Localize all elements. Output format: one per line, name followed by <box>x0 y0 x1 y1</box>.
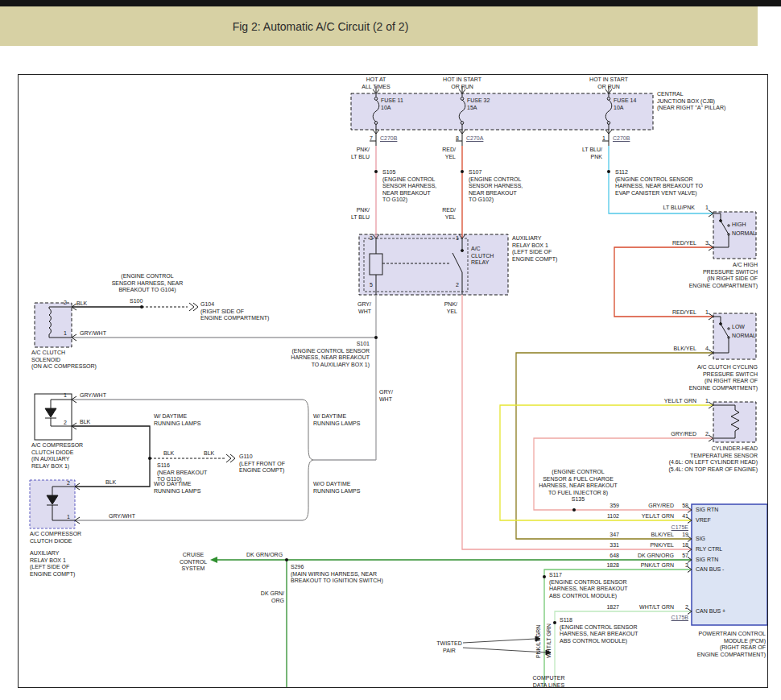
circuit-number: 1827 <box>590 604 619 611</box>
splice-s100-dot <box>140 305 143 309</box>
splice-s100-label: S100 <box>130 298 143 305</box>
low-switch-pos-normal: NORMAL <box>732 333 756 340</box>
ac-clutch-relay-label: A/C CLUTCH RELAY <box>471 246 507 267</box>
temp-sensor-pin-2: 2 <box>699 431 709 438</box>
connector-link-c270a[interactable]: C270A <box>466 135 483 143</box>
wire-label-yel-lt-grn: YEL/LT GRN <box>638 398 696 405</box>
splice-s101-dot <box>374 336 378 339</box>
diode2-pin-2: 2 <box>62 480 70 487</box>
figure-title-bar: Fig 2: Automatic A/C Circuit (2 of 2) <box>0 6 758 46</box>
g110-ground-symbol <box>150 454 235 462</box>
wire-label-red-yel: RED/YEL <box>655 240 696 247</box>
wire-label-dk-grn-org: DK GRN/ ORG <box>254 590 284 604</box>
splice-s135-dot <box>572 508 576 512</box>
connector-pin: 8 <box>448 135 459 143</box>
high-switch-pos-high: HIGH <box>732 222 746 229</box>
wiring-diagram: HOT AT ALL TIMES HOT IN START OR RUN HOT… <box>18 74 768 688</box>
pcm-pin: 3 <box>677 562 688 570</box>
wire-label-wht-lt-grn: WHT/LT GRN <box>546 623 553 658</box>
fuse-32-label: FUSE 32 15A <box>467 97 490 111</box>
connector-link-c270b[interactable]: C270B <box>380 135 397 143</box>
wire-label-blk: BLK <box>80 419 90 426</box>
splice-s296-dot <box>285 558 288 561</box>
wire-label-pnk-lt-blu: PNK/ LT BLU <box>334 207 370 221</box>
fuse-11-label: FUSE 11 10A <box>381 97 403 111</box>
ac-clutch-solenoid-box <box>35 303 72 347</box>
wire-label-gry-red: GRY/RED <box>651 431 696 438</box>
cjb-label: CENTRAL JUNCTION BOX (CJB) (NEAR RIGHT "… <box>657 91 766 112</box>
relay-pin-3: 3 <box>363 235 373 242</box>
temp-sensor-pin-1: 1 <box>699 398 709 405</box>
pcm-pin: 18 <box>677 542 688 549</box>
wire-label-dk-grn-org: DK GRN/ORG <box>246 552 283 559</box>
g104-ground-symbol <box>142 303 198 311</box>
connector-pin: 7 <box>362 135 373 143</box>
splice-s116-label: S116 (NEAR BREAKOUT TO G110) <box>157 462 221 483</box>
aux-relay-box-label: AUXILIARY RELAY BOX 1 (LEFT SIDE OF ENGI… <box>512 235 586 263</box>
splice-s101-label: S101 (ENGINE CONTROL SENSOR HARNESS, NEA… <box>265 341 370 368</box>
circuit-number: 347 <box>590 532 619 539</box>
relay-pin-2: 2 <box>449 282 459 289</box>
circuit-number: 359 <box>590 503 619 510</box>
wire-label-gry-wht: GRY/WHT <box>80 330 106 338</box>
splice-s112-dot <box>607 170 610 173</box>
splice-s112-label: S112 (ENGINE CONTROL SENSOR HARNESS, NEA… <box>615 169 732 197</box>
cruise-control-label: CRUISE CONTROL SYSTEM <box>178 552 209 573</box>
without-drl-note: W/O DAYTIME RUNNING LAMPS <box>313 481 373 495</box>
wire-label-gry-wht: GRY/ WHT <box>379 389 393 403</box>
wire-label-lt-blu-pnk: LT BLU/PNK <box>626 205 695 212</box>
wire-label-gry-wht: GRY/ WHT <box>336 301 371 315</box>
solenoid-pin-1: 1 <box>59 330 67 338</box>
wire-color: WHT/LT GRN <box>621 604 674 611</box>
splice-s296-label: S296 (MAIN WIRING HARNESS, NEAR BREAKOUT… <box>291 564 399 585</box>
wire-label-blk: BLK <box>105 479 116 487</box>
relay-pin-5: 5 <box>363 282 373 289</box>
figure-title: Fig 2: Automatic A/C Circuit (2 of 2) <box>233 20 409 33</box>
cruise-arrowhead <box>210 557 217 563</box>
splice-s118-dot <box>553 621 556 624</box>
high-switch-pos-normal: NORMAL <box>732 230 756 238</box>
power-feed-label: HOT IN START OR RUN <box>434 77 490 90</box>
circuit-number: 1828 <box>590 562 619 570</box>
pcm-pin: 58 <box>677 503 688 510</box>
wire-label-red-yel: RED/ YEL <box>420 207 456 221</box>
clutch-diode2-location: AUXILIARY RELAY BOX 1 (LEFT SIDE OF ENGI… <box>30 550 110 578</box>
computer-data-lines-note: COMPUTER DATA LINES <box>514 675 583 688</box>
clutch-diode1-box <box>35 394 72 440</box>
clutch-diode2-label: A/C COMPRESSOR CLUTCH DIODE <box>30 531 110 545</box>
pcm-pin: 19 <box>677 532 688 539</box>
wire-label-pnk-lt-grn: PNK/LT GRN <box>535 625 543 658</box>
pcm-signal: CAN BUS - <box>696 566 724 574</box>
wire-label-pnk-yel: PNK/ YEL <box>422 301 457 315</box>
cycling-pressure-switch-label: A/C CLUTCH CYCLING PRESSURE SWITCH (IN R… <box>653 364 758 391</box>
low-switch-pin-1: 1 <box>699 309 709 317</box>
pcm-signal: SIG <box>696 536 705 543</box>
connector-link-c175e[interactable]: C175E <box>632 524 688 532</box>
splice-s107-dot <box>461 170 464 173</box>
splice-s116-dot <box>148 457 151 460</box>
top-window-bar <box>0 0 781 6</box>
splice-s117-dot <box>543 575 546 578</box>
wire-label-pnk-lt-blu: PNK/ LT BLU <box>334 147 370 160</box>
wire-label-blk: BLK <box>204 450 214 458</box>
wire-label-blk-yel: BLK/YEL <box>651 346 696 353</box>
pcm-signal: RLY CTRL <box>696 546 722 553</box>
splice-s118-label: S118 (ENGINE CONTROL SENSOR HARNESS, NEA… <box>560 617 660 644</box>
diode1-pin-2: 2 <box>59 420 67 427</box>
wire-label-gry-wht: GRY/WHT <box>109 513 135 520</box>
splice-s135-label: (ENGINE CONTROL SENSOR & FUEL CHARGE HAR… <box>537 469 619 503</box>
wiring-diagram-page: { "header": { "title": "Fig 2: Automatic… <box>0 0 781 700</box>
splice-s107-label: S107 (ENGINE CONTROL SENSOR HARNESS, NEA… <box>469 169 537 204</box>
diode1-pin-1: 1 <box>59 392 67 400</box>
pcm-signal: SIG RTN <box>696 507 718 514</box>
pcm-label: POWERTRAIN CONTROL MODULE (PCM) (RIGHT R… <box>659 631 766 658</box>
solenoid-pin-2: 2 <box>59 300 67 307</box>
pcm-pin: 41 <box>677 513 688 520</box>
high-switch-pin-3: 3 <box>699 240 709 247</box>
wire-label-blk: BLK <box>163 450 174 458</box>
wire-color: YEL/LT GRN <box>621 513 674 520</box>
fuse-14-label: FUSE 14 10A <box>614 97 636 111</box>
splice-s105-label: S105 (ENGINE CONTROL SENSOR HARNESS, NEA… <box>382 169 451 204</box>
wire-color: GRY/RED <box>621 503 674 510</box>
connector-link-c270b-2[interactable]: C270B <box>613 135 630 143</box>
